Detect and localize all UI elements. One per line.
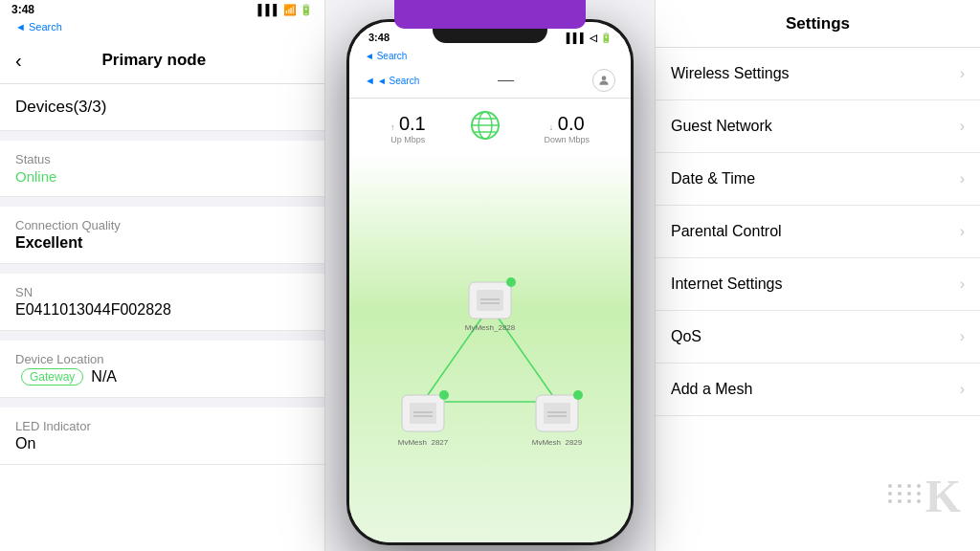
settings-row-parental[interactable]: Parental Control › [656, 206, 980, 258]
qos-chevron: › [960, 328, 965, 345]
parental-control-chevron: › [960, 223, 965, 240]
guest-network-chevron: › [960, 118, 965, 135]
led-indicator-row: LED Indicator On [0, 408, 324, 465]
svg-text:MyMesh_2829: MyMesh_2829 [532, 438, 583, 445]
devices-row: Devices(3/3) [0, 84, 324, 131]
mesh-diagram: MyMesh_2828 MyMesh_2827 MyMesh_2829 [385, 253, 595, 445]
settings-row-wireless[interactable]: Wireless Settings › [656, 48, 980, 100]
upload-value: ↑ 0.1 [390, 113, 426, 135]
add-mesh-chevron: › [960, 381, 965, 398]
device-location-label: Device Location [15, 352, 309, 366]
phone-username: ── [492, 74, 521, 87]
devices-count: Devices(3/3) [15, 98, 106, 116]
svg-line-6 [423, 306, 490, 402]
settings-row-internet[interactable]: Internet Settings › [656, 258, 980, 311]
left-time: 3:48 [11, 3, 34, 16]
parental-control-label: Parental Control [671, 223, 782, 240]
phone-wrapper: 3:48 ▌▌▌ ◁ 🔋 ◄ Search ◄ ◄ Search ── [337, 0, 643, 551]
back-button[interactable]: ‹ [15, 51, 22, 70]
status-value: Online [15, 168, 309, 185]
svg-point-13 [506, 277, 516, 287]
notch-bg [394, 0, 586, 29]
sn-value: E0411013044F002828 [15, 301, 309, 319]
brand-watermark: K [925, 470, 961, 522]
up-arrow-icon: ↑ [390, 122, 395, 132]
connection-quality-label: Connection Quality [15, 218, 309, 232]
settings-row-guest[interactable]: Guest Network › [656, 100, 980, 153]
guest-network-label: Guest Network [671, 118, 772, 135]
svg-text:MyMesh_2827: MyMesh_2827 [398, 438, 449, 445]
phone-wifi-icon: ◁ [590, 33, 597, 43]
sn-label: SN [15, 285, 309, 299]
left-back-label: ◄ Search [15, 21, 62, 33]
phone-nav-back-label: ◄ Search [377, 76, 419, 86]
phone-nav: ◄ ◄ Search ── [349, 63, 631, 99]
add-mesh-label: Add a Mesh [671, 381, 752, 398]
device-location-value: N/A [91, 368, 117, 386]
download-stat: ↓ 0.0 Down Mbps [544, 113, 590, 144]
gateway-badge: Gateway [21, 368, 83, 386]
svg-rect-20 [544, 403, 570, 424]
left-panel: 3:48 ▌▌▌ 📶 🔋 ◄ Search ‹ Primary node Dev… [0, 0, 325, 551]
dots-watermark [888, 484, 923, 503]
left-content: Devices(3/3) Status Online Connection Qu… [0, 84, 324, 551]
wireless-settings-label: Wireless Settings [671, 65, 790, 82]
date-time-chevron: › [960, 170, 965, 187]
settings-row-datetime[interactable]: Date & Time › [656, 153, 980, 206]
globe-icon [470, 110, 501, 147]
svg-line-7 [490, 306, 557, 402]
download-value: ↓ 0.0 [544, 113, 590, 135]
phone-nav-back-icon: ◄ [365, 75, 375, 86]
internet-settings-chevron: › [960, 276, 965, 293]
device-location-row: Device Location Gateway N/A [0, 341, 324, 398]
wireless-settings-chevron: › [960, 65, 965, 82]
phone-mesh-area: MyMesh_2828 MyMesh_2827 MyMesh_2829 [349, 155, 631, 542]
left-panel-title: Primary node [22, 51, 286, 70]
svg-point-23 [573, 390, 583, 400]
phone-time: 3:48 [368, 32, 390, 43]
sn-row: SN E0411013044F002828 [0, 274, 324, 331]
upload-label: Up Mbps [390, 135, 426, 144]
left-signal-icons: ▌▌▌ 📶 🔋 [258, 4, 313, 16]
phone-inner: 3:48 ▌▌▌ ◁ 🔋 ◄ Search ◄ ◄ Search ── [349, 22, 631, 542]
phone-stats: ↑ 0.1 Up Mbps ↓ [349, 99, 631, 155]
led-indicator-value: On [15, 435, 309, 452]
svg-rect-15 [410, 403, 436, 424]
download-label: Down Mbps [544, 135, 590, 144]
connection-quality-value: Excellent [15, 234, 309, 252]
phone-back-label: ◄ Search [365, 51, 407, 61]
svg-point-18 [439, 390, 449, 400]
back-chevron-icon: ‹ [15, 51, 22, 70]
status-label: Status [15, 152, 309, 166]
phone-outer: 3:48 ▌▌▌ ◁ 🔋 ◄ Search ◄ ◄ Search ── [346, 19, 634, 545]
signal-bars-icon: ▌▌▌ [258, 4, 280, 15]
date-time-label: Date & Time [671, 170, 755, 187]
svg-point-0 [602, 76, 607, 80]
svg-text:MyMesh_2828: MyMesh_2828 [465, 323, 516, 332]
phone-battery-icon: 🔋 [600, 33, 612, 43]
connection-quality-row: Connection Quality Excellent [0, 207, 324, 264]
down-arrow-icon: ↓ [549, 122, 554, 132]
qos-label: QoS [671, 328, 702, 345]
left-status-bar: 3:48 ▌▌▌ 📶 🔋 [0, 0, 324, 19]
status-row: Status Online [0, 141, 324, 197]
phone-status-right: ▌▌▌ ◁ 🔋 [567, 33, 612, 43]
settings-row-qos[interactable]: QoS › [656, 311, 980, 364]
phone-nav-back[interactable]: ◄ ◄ Search [365, 75, 419, 86]
phone-avatar[interactable] [592, 69, 615, 92]
right-panel: Settings Wireless Settings › Guest Netwo… [655, 0, 980, 551]
left-header: ‹ Primary node [0, 36, 324, 84]
right-panel-title: Settings [694, 14, 942, 33]
phone-signal-icon: ▌▌▌ [567, 33, 587, 43]
svg-rect-10 [477, 290, 503, 311]
led-indicator-label: LED Indicator [15, 419, 309, 433]
battery-icon: 🔋 [300, 4, 313, 16]
wifi-icon: 📶 [283, 4, 297, 16]
right-header: Settings [656, 0, 980, 48]
settings-row-add-mesh[interactable]: Add a Mesh › [656, 364, 980, 416]
upload-stat: ↑ 0.1 Up Mbps [390, 113, 426, 144]
internet-settings-label: Internet Settings [671, 276, 783, 293]
